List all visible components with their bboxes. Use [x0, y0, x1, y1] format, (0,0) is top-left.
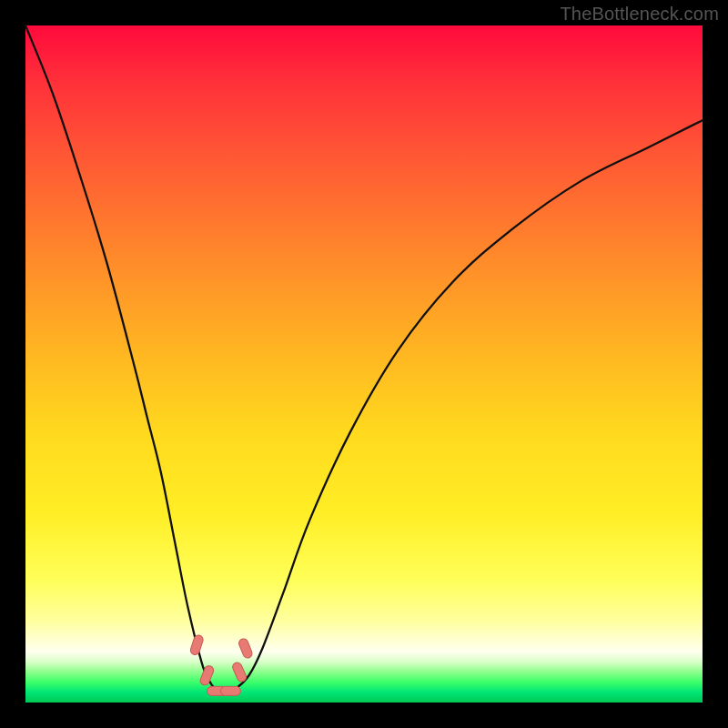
plot-area — [25, 25, 703, 703]
marker-group — [189, 634, 253, 696]
curve-marker — [231, 661, 248, 682]
bottleneck-curve-path — [25, 25, 703, 693]
watermark-text: TheBottleneck.com — [560, 4, 719, 25]
curve-marker — [189, 634, 204, 656]
curve-marker — [199, 664, 216, 686]
curve-marker — [238, 637, 254, 659]
chart-frame: TheBottleneck.com — [0, 0, 728, 728]
curve-svg — [25, 25, 703, 703]
curve-marker — [220, 686, 240, 695]
